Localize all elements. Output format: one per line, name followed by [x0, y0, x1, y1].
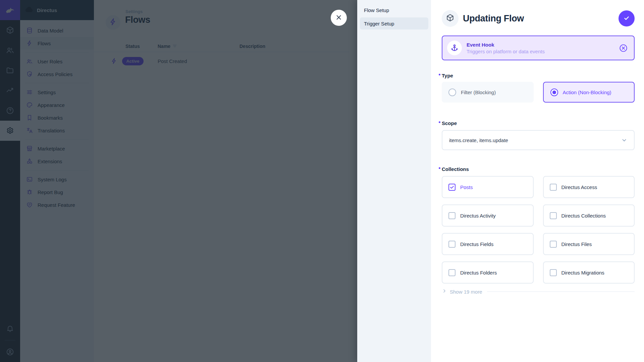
show-more-label: Show 19 more	[450, 289, 482, 295]
check-icon	[623, 14, 630, 23]
drawer-title: Updating Flow	[463, 13, 524, 24]
collection-option-directus-collections[interactable]: Directus Collections	[543, 204, 635, 227]
collection-option-directus-files[interactable]: Directus Files	[543, 233, 635, 255]
drawer-nav-flow-setup[interactable]: Flow Setup	[360, 4, 428, 16]
collection-option-directus-migrations[interactable]: Directus Migrations	[543, 261, 635, 284]
type-field-label: Type	[442, 73, 453, 78]
checkbox-unchecked-icon	[550, 269, 557, 276]
checkbox-checked-icon	[448, 184, 455, 191]
remove-trigger-button[interactable]	[619, 44, 628, 53]
close-icon	[335, 14, 342, 22]
updating-flow-drawer: Flow Setup Trigger Setup Updating Flow	[357, 0, 644, 362]
banner-text: Event Hook Triggers on platform or data …	[467, 42, 545, 54]
scope-field-label: Scope	[442, 120, 457, 126]
cube-icon	[446, 13, 454, 23]
show-more-collections[interactable]: Show 19 more	[442, 288, 635, 295]
collection-option-directus-activity[interactable]: Directus Activity	[442, 204, 534, 227]
collection-option-directus-fields[interactable]: Directus Fields	[442, 233, 534, 255]
checkbox-unchecked-icon	[550, 212, 557, 219]
drawer-navigation: Flow Setup Trigger Setup	[357, 0, 431, 362]
type-option-action[interactable]: Action (Non-Blocking)	[543, 82, 635, 103]
type-options: Filter (Blocking) Action (Non-Blocking)	[442, 82, 635, 103]
trigger-type-title: Event Hook	[467, 42, 545, 48]
collections-grid: Posts Directus Access Directus Activity …	[442, 176, 635, 284]
chevron-right-icon	[442, 288, 447, 295]
event-hook-banner: Event Hook Triggers on platform or data …	[442, 36, 635, 60]
type-option-filter[interactable]: Filter (Blocking)	[442, 82, 534, 103]
checkbox-unchecked-icon	[550, 241, 557, 248]
directus-app: Directus Data Model Flows User Roles Acc…	[0, 0, 644, 362]
show-more-divider	[487, 291, 635, 292]
drawer-header-icon-button[interactable]	[442, 10, 459, 27]
collection-option-posts[interactable]: Posts	[442, 176, 534, 198]
drawer-content: Updating Flow Event Hook Triggers on pla…	[431, 0, 644, 362]
collections-field-label: Collections	[442, 166, 469, 172]
checkbox-unchecked-icon	[448, 269, 455, 276]
collection-option-directus-folders[interactable]: Directus Folders	[442, 261, 534, 284]
save-button[interactable]	[619, 10, 635, 26]
trigger-type-subtitle: Triggers on platform or data events	[467, 49, 545, 54]
scope-select[interactable]: items.create, items.update	[442, 130, 635, 150]
drawer-overlay[interactable]	[0, 0, 357, 362]
drawer-nav-trigger-setup[interactable]: Trigger Setup	[360, 17, 428, 29]
chevron-down-icon	[621, 136, 628, 144]
collection-option-directus-access[interactable]: Directus Access	[543, 176, 635, 198]
checkbox-unchecked-icon	[550, 184, 557, 191]
anchor-icon	[447, 41, 462, 55]
radio-unselected-icon	[448, 88, 456, 96]
drawer-header: Updating Flow	[442, 10, 635, 27]
radio-selected-icon	[550, 88, 558, 96]
checkbox-unchecked-icon	[448, 212, 455, 219]
close-drawer-button[interactable]	[331, 10, 347, 26]
scope-select-value: items.create, items.update	[449, 137, 508, 143]
checkbox-unchecked-icon	[448, 241, 455, 248]
